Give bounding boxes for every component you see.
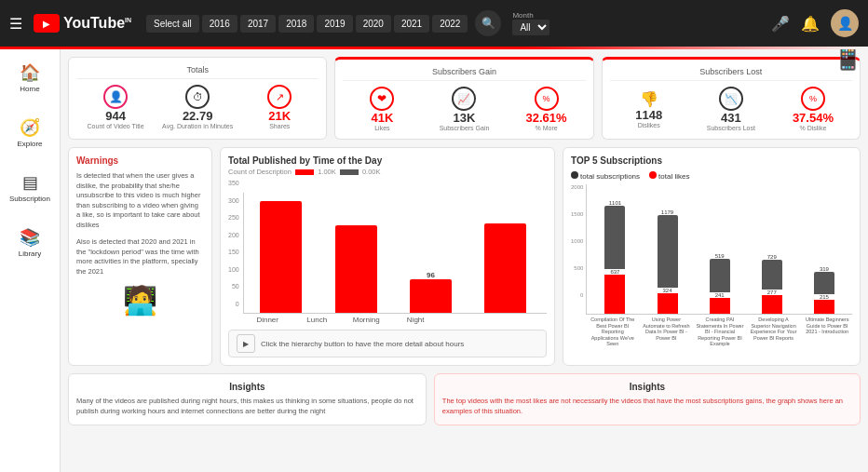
middle-row: Warnings Is detected that when the user … [68, 147, 861, 366]
legend-bar-icon [295, 169, 314, 175]
subs-lost-label: Subscribers Lost [707, 125, 755, 131]
user-avatar[interactable]: 👤 [831, 9, 859, 37]
warnings-title: Warnings [76, 155, 204, 166]
more-pct-stat: % 32.61% % More [508, 87, 586, 131]
hamburger-icon[interactable]: ☰ [9, 15, 22, 33]
dislikes-value: 1148 [635, 108, 662, 122]
top5-bar-group-5: 319 215 [800, 266, 848, 314]
year-2017-button[interactable]: 2017 [240, 15, 276, 33]
duration-value: 22.79 [183, 109, 213, 123]
top5-panel: TOP 5 Subscriptions total subscriptions … [563, 147, 861, 366]
month-filter: Month All [512, 11, 549, 35]
count-value: 944 [105, 109, 126, 123]
year-2020-button[interactable]: 2020 [356, 15, 391, 33]
totals-card: Totals 👤 944 Count of Video Title ⏱ 22.7… [68, 57, 327, 140]
x-label-night: Night [395, 316, 437, 324]
insights-left-text: Many of the videos are published during … [76, 396, 418, 417]
year-2022-button[interactable]: 2022 [432, 15, 468, 33]
heart-icon: ❤ [370, 87, 394, 111]
top5-subs-bar-4 [762, 260, 782, 290]
likes-stat: ❤ 41K Likes [343, 87, 421, 131]
subs-gain-items: ❤ 41K Likes 📈 13K Subscribers Gain % 32.… [343, 87, 585, 131]
top5-likes-bar-2 [658, 293, 678, 314]
select-all-button[interactable]: Select all [146, 15, 199, 33]
sidebar-item-library[interactable]: 📚 Library [15, 223, 45, 262]
chart-subtitle: Count of Description 1.00K 0.00K [228, 168, 547, 176]
mic-icon[interactable]: 🎤 [771, 15, 790, 33]
subs-gain-icon: 📈 [452, 87, 476, 111]
subs-gain-title: Subscribers Gain [343, 67, 585, 81]
warnings-panel: Warnings Is detected that when the user … [68, 147, 212, 366]
totals-items: 👤 944 Count of Video Title ⏱ 22.79 Avg. … [76, 85, 319, 129]
clock-icon: ⏱ [185, 85, 210, 109]
top5-likes-bar-4 [762, 295, 782, 314]
insights-row: Insights Many of the videos are publishe… [68, 373, 861, 425]
x-label-lunch: Lunch [296, 316, 338, 324]
bar-dinner: 330 [248, 191, 315, 313]
chart-title: Total Published by Time of the Day [228, 155, 547, 166]
top-right-actions: 🎤 🔔 👤 [771, 9, 859, 37]
top5-subs-bar-5 [814, 272, 834, 294]
chart-area: 350 300 250 200 150 100 50 0 [228, 180, 547, 324]
totals-title: Totals [76, 65, 319, 79]
top5-y-axis: 2000 1500 1000 500 0 [571, 184, 586, 315]
bar-value-night: 265 [499, 215, 511, 223]
shares-stat: ↗ 21K Shares [240, 85, 319, 129]
top5-bars-inner: 1101 637 1179 324 [586, 184, 852, 315]
chart-panel: Total Published by Time of the Day Count… [220, 147, 555, 366]
top5-xlabel-1: Compilation Of The Best Power BI Reporti… [588, 317, 638, 347]
top5-subs-bar-3 [710, 259, 730, 292]
warning-text-2: Also is detected that 2020 and 2021 in t… [76, 237, 204, 276]
bar-value-morning: 96 [427, 271, 435, 279]
bar-value-lunch: 253 [350, 217, 362, 225]
year-2021-button[interactable]: 2021 [394, 15, 429, 33]
year-2019-button[interactable]: 2019 [317, 15, 352, 33]
y-axis-labels: 350 300 250 200 150 100 50 0 [228, 180, 243, 324]
top5-likes-bar-1 [604, 275, 625, 314]
legend-bar2-icon [340, 169, 359, 175]
top5-bar-group-4: 729 277 [748, 254, 796, 314]
phone-decoration: 📱 [832, 49, 864, 72]
shares-value: 21K [268, 109, 291, 123]
bar-rect-night [484, 223, 526, 313]
count-label: Count of Video Title [88, 123, 144, 129]
chart-play-bar: ▶ Click the hierarchy button to have the… [228, 330, 547, 357]
x-label-dinner: Dinner [247, 316, 289, 324]
bell-icon[interactable]: 🔔 [801, 15, 820, 33]
dislikes-label: Dislikes [638, 122, 660, 128]
top5-title: TOP 5 Subscriptions [571, 155, 852, 166]
top5-legend: total subscriptions total likes [571, 171, 852, 181]
insights-right-panel: Insights The top videos with the most li… [434, 373, 861, 425]
play-button[interactable]: ▶ [237, 334, 255, 353]
dislike-pct-stat: % 37.54% % Dislike [774, 87, 852, 131]
main-area: 🏠 Home 🧭 Explore ▤ Subscription 📚 Librar… [0, 49, 868, 472]
search-button[interactable]: 🔍 [475, 10, 501, 36]
explore-icon: 🧭 [20, 117, 40, 138]
duration-label: Avg. Duration in Minutes [162, 123, 233, 129]
sidebar-item-explore[interactable]: 🧭 Explore [13, 114, 46, 152]
top5-likes-bar-3 [710, 298, 730, 314]
bar-morning: 96 [397, 269, 464, 313]
year-2016-button[interactable]: 2016 [202, 15, 237, 33]
insights-left-title: Insights [76, 382, 418, 392]
top5-chart-area: 2000 1500 1000 500 0 1101 637 [571, 184, 852, 315]
logo-text: YouTubeIN [63, 15, 131, 32]
app-container: ☰ YouTubeIN Select all 2016 2017 2018 20… [0, 0, 868, 472]
warning-text-1: Is detected that when the user gives a d… [76, 171, 204, 230]
bars-inner: 330 253 96 [243, 193, 547, 314]
dislike-pct-label: % Dislike [800, 125, 827, 131]
dislikes-stat: 👎 1148 Dislikes [610, 90, 688, 128]
bar-rect-lunch [335, 225, 377, 313]
sidebar-item-subscription[interactable]: ▤ Subscription [6, 169, 54, 207]
insights-left-panel: Insights Many of the videos are publishe… [68, 373, 427, 425]
legend-likes-dot: total likes [649, 171, 689, 181]
sidebar-item-home[interactable]: 🏠 Home [16, 59, 44, 97]
shares-label: Shares [269, 123, 290, 129]
subs-lost-value: 431 [721, 111, 741, 125]
dislike-pct-value: 37.54% [793, 111, 834, 125]
dislike-pct-icon: % [801, 87, 825, 111]
likes-value: 41K [371, 111, 393, 125]
top5-subs-bar-1 [604, 206, 625, 269]
month-select[interactable]: All [512, 20, 549, 35]
year-2018-button[interactable]: 2018 [278, 15, 314, 33]
